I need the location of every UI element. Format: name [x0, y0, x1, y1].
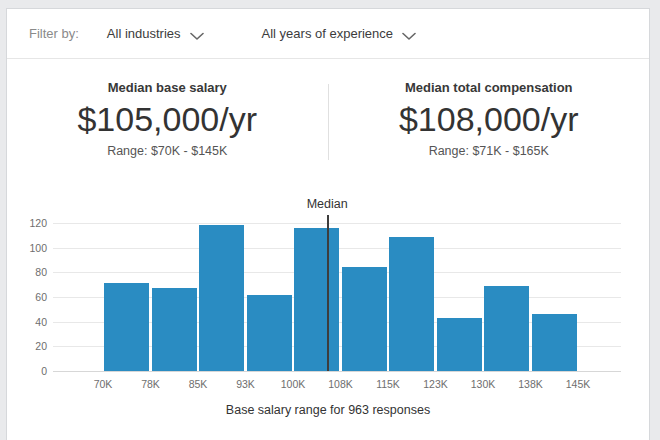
median-total-compensation-card: Median total compensation $108,000/yr Ra… [329, 80, 650, 191]
histogram-bar[interactable] [104, 283, 149, 371]
histogram-bar[interactable] [247, 295, 292, 371]
histogram-bar[interactable] [199, 225, 244, 371]
y-gridline [53, 371, 621, 372]
x-axis-tick-label: 145K [566, 378, 591, 390]
stat-range: Range: $70K - $145K [7, 144, 328, 158]
x-axis-tick-label: 85K [189, 378, 208, 390]
median-stats-row: Median base salary $105,000/yr Range: $7… [7, 59, 649, 191]
salary-histogram-plot: 02040608010012070K78K85K93K100K108K115K1… [53, 223, 621, 371]
y-axis-tick-label: 40 [9, 316, 47, 328]
stat-title: Median base salary [7, 80, 328, 95]
y-axis-tick-label: 20 [9, 340, 47, 352]
chevron-down-icon [402, 29, 416, 38]
chevron-down-icon [190, 29, 204, 38]
x-axis-tick-label: 130K [471, 378, 496, 390]
x-axis-tick-label: 70K [94, 378, 113, 390]
filter-bar: Filter by: All industries All years of e… [7, 9, 649, 59]
stat-value: $108,000/yr [329, 96, 650, 142]
x-axis-tick-label: 115K [376, 378, 400, 390]
x-axis-tick-label: 108K [328, 378, 353, 390]
histogram-bar[interactable] [532, 314, 577, 371]
histogram-bar[interactable] [437, 318, 482, 371]
experience-dropdown[interactable]: All years of experience [262, 26, 417, 41]
filter-by-label: Filter by: [29, 26, 79, 41]
y-axis-tick-label: 80 [9, 266, 47, 278]
salary-insights-panel: Filter by: All industries All years of e… [6, 8, 650, 440]
stat-range: Range: $71K - $165K [329, 144, 650, 158]
x-axis-tick-label: 123K [423, 378, 448, 390]
y-gridline [53, 223, 621, 224]
experience-dropdown-label: All years of experience [262, 26, 394, 41]
stat-value: $105,000/yr [7, 96, 328, 142]
y-axis-tick-label: 0 [9, 365, 47, 377]
histogram-bar[interactable] [389, 237, 434, 371]
x-axis-tick-label: 93K [236, 378, 255, 390]
median-base-salary-card: Median base salary $105,000/yr Range: $7… [7, 80, 328, 191]
x-axis-tick-label: 138K [518, 378, 543, 390]
histogram-bar[interactable] [152, 288, 197, 371]
median-marker-line [327, 215, 329, 371]
industries-dropdown[interactable]: All industries [107, 26, 204, 41]
chart-caption: Base salary range for 963 responses [7, 403, 649, 417]
histogram-bar[interactable] [484, 286, 529, 371]
histogram-bar[interactable] [294, 228, 339, 371]
stat-title: Median total compensation [329, 80, 650, 95]
industries-dropdown-label: All industries [107, 26, 181, 41]
y-axis-tick-label: 120 [9, 217, 47, 229]
histogram-bar[interactable] [342, 267, 387, 371]
salary-histogram-section: 02040608010012070K78K85K93K100K108K115K1… [7, 191, 649, 440]
x-axis-tick-label: 78K [141, 378, 160, 390]
y-axis-tick-label: 60 [9, 291, 47, 303]
y-axis-tick-label: 100 [9, 242, 47, 254]
x-axis-tick-label: 100K [281, 378, 306, 390]
median-marker-label: Median [307, 197, 348, 211]
